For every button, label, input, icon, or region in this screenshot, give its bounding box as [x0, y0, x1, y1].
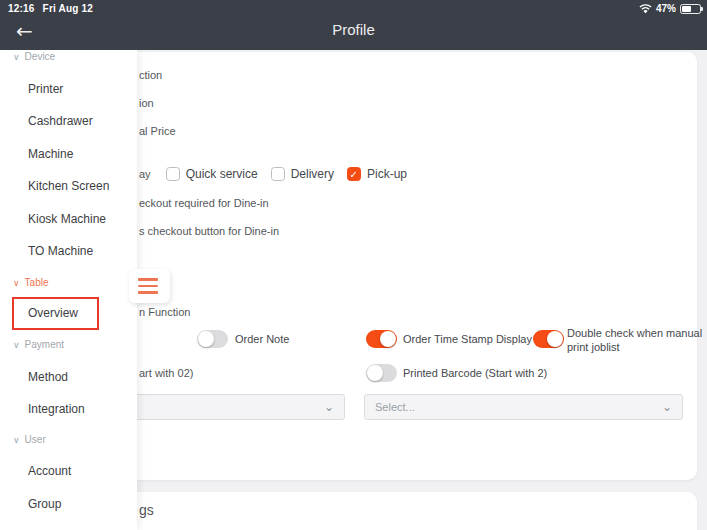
setting-label-fragment: art with 02)	[139, 367, 193, 379]
battery-icon	[680, 4, 701, 14]
checkbox-label: Quick service	[186, 167, 258, 181]
toggle-knob	[198, 331, 214, 347]
status-bar: 12:16 Fri Aug 12 47%	[0, 0, 707, 16]
toggle-knob	[380, 331, 396, 347]
checkbox-box[interactable]: ✓	[347, 167, 361, 181]
chevron-down-icon: ∨	[13, 435, 20, 445]
checkbox-label: Delivery	[291, 167, 334, 181]
checkbox-delivery[interactable]: ✓ Delivery	[271, 167, 334, 181]
check-icon: ✓	[350, 169, 358, 181]
setting-label-fragment: n Function	[139, 306, 190, 318]
printed-barcode-toggle[interactable]	[366, 364, 397, 382]
chevron-down-icon: ∨	[13, 52, 20, 62]
setting-label-fragment: ion	[139, 97, 154, 109]
status-date: Fri Aug 12	[43, 3, 94, 14]
next-section-card: gs	[118, 492, 697, 530]
settings-sidebar: ∨Device Printer Cashdrawer Machine Kitch…	[0, 50, 137, 530]
left-select-dropdown[interactable]: ⌄	[122, 394, 345, 420]
setting-label-fragment: eckout required for Dine-in	[139, 197, 269, 209]
right-select-dropdown[interactable]: Select... ⌄	[364, 394, 683, 420]
sidebar-item-cashdrawer[interactable]: Cashdrawer	[28, 111, 93, 131]
right-select-placeholder: Select...	[375, 401, 415, 413]
wifi-icon	[639, 4, 652, 14]
chevron-down-icon: ⌄	[324, 402, 334, 412]
sidebar-item-method[interactable]: Method	[28, 367, 68, 387]
order-note-label: Order Note	[235, 333, 289, 345]
order-time-stamp-toggle[interactable]	[366, 330, 397, 348]
chevron-down-icon: ∨	[13, 278, 20, 288]
toggle-knob	[547, 331, 563, 347]
order-type-checkbox-row: ay ✓ Quick service ✓ Delivery ✓ Pick-up	[139, 167, 407, 181]
checkbox-label: Pick-up	[367, 167, 407, 181]
sidebar-section-device[interactable]: ∨Device	[13, 47, 55, 67]
sidebar-section-payment[interactable]: ∨Payment	[13, 335, 64, 355]
order-time-stamp-label: Order Time Stamp Display	[403, 333, 532, 345]
checkbox-quick-service[interactable]: ✓ Quick service	[166, 167, 258, 181]
sidebar-section-user[interactable]: ∨User	[13, 430, 46, 450]
checkbox-box[interactable]: ✓	[271, 167, 285, 181]
nav-bar: ← Profile	[0, 16, 707, 50]
page-title: Profile	[0, 21, 707, 38]
checkbox-box[interactable]: ✓	[166, 167, 180, 181]
toggle-knob	[367, 365, 383, 381]
battery-percent: 47%	[656, 3, 676, 14]
double-check-label: Double check when manualprint joblist	[567, 326, 707, 354]
sidebar-item-kitchen-screen[interactable]: Kitchen Screen	[28, 176, 109, 196]
app-screen: ction ion al Price eckout required for D…	[0, 0, 707, 530]
sidebar-section-table[interactable]: ∨Table	[13, 273, 49, 293]
double-check-toggle[interactable]	[533, 330, 564, 348]
sidebar-item-integration[interactable]: Integration	[28, 399, 85, 419]
setting-label-fragment: ction	[139, 69, 162, 81]
sidebar-item-kiosk-machine[interactable]: Kiosk Machine	[28, 209, 106, 229]
chevron-down-icon: ∨	[13, 340, 20, 350]
sidebar-item-account[interactable]: Account	[28, 461, 71, 481]
printed-barcode-label: Printed Barcode (Start with 2)	[403, 367, 547, 379]
sidebar-drawer-toggle-button[interactable]	[129, 269, 170, 303]
checkbox-pick-up[interactable]: ✓ Pick-up	[347, 167, 407, 181]
sidebar-item-printer[interactable]: Printer	[28, 79, 63, 99]
status-time: 12:16	[8, 3, 35, 14]
sidebar-item-group[interactable]: Group	[28, 494, 61, 514]
section-title-fragment: gs	[139, 502, 154, 518]
setting-label-fragment: s checkout button for Dine-in	[139, 225, 279, 237]
sidebar-item-machine[interactable]: Machine	[28, 144, 73, 164]
order-note-toggle[interactable]	[197, 330, 228, 348]
sidebar-item-overview[interactable]: Overview	[28, 303, 78, 323]
sidebar-item-to-machine[interactable]: TO Machine	[28, 241, 93, 261]
chevron-down-icon: ⌄	[662, 402, 672, 412]
top-header: 12:16 Fri Aug 12 47% ← Profile	[0, 0, 707, 50]
setting-label-fragment: ay	[139, 168, 151, 180]
hamburger-menu-icon	[138, 278, 158, 294]
setting-label-fragment: al Price	[139, 125, 176, 137]
